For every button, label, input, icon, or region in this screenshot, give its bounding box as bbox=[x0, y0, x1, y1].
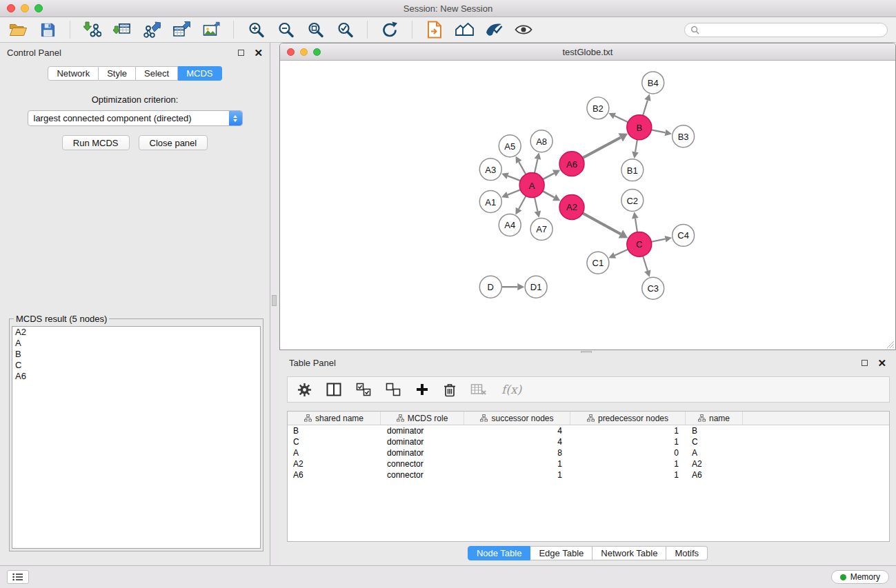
close-panel-button[interactable]: Close panel bbox=[139, 135, 208, 150]
network-window-titlebar[interactable]: testGlobe.txt bbox=[280, 43, 895, 61]
graph-node-A6[interactable]: A6 bbox=[559, 152, 584, 176]
graph-edge-C-C1[interactable] bbox=[615, 250, 628, 256]
zoom-selected-button[interactable] bbox=[335, 20, 355, 39]
column-header-predecessor-nodes[interactable]: predecessor nodes bbox=[570, 412, 686, 425]
graph-node-B[interactable]: B bbox=[627, 115, 652, 140]
graph-node-A5[interactable]: A5 bbox=[499, 135, 521, 157]
delete-table-button[interactable] bbox=[470, 383, 487, 396]
mcds-result-item[interactable]: A2 bbox=[12, 327, 260, 338]
mcds-result-item[interactable]: A6 bbox=[12, 371, 260, 382]
graph-node-A8[interactable]: A8 bbox=[530, 130, 552, 152]
graph-edge-C-C4[interactable] bbox=[651, 239, 665, 242]
graph-edge-A6-B[interactable] bbox=[583, 137, 621, 158]
add-row-button[interactable] bbox=[415, 383, 429, 396]
select-all-button[interactable] bbox=[356, 383, 371, 396]
column-header-name[interactable]: name bbox=[686, 412, 743, 425]
tab-select[interactable]: Select bbox=[136, 66, 178, 81]
graph-node-C3[interactable]: C3 bbox=[642, 277, 664, 299]
column-header-mcds-role[interactable]: MCDS role bbox=[381, 412, 464, 425]
run-mcds-button[interactable]: Run MCDS bbox=[62, 135, 130, 150]
graph-edge-B-B1[interactable] bbox=[635, 139, 637, 152]
graph-edge-A-A2[interactable] bbox=[543, 191, 555, 197]
zoom-out-button[interactable] bbox=[276, 20, 295, 39]
graph-edge-A-A7[interactable] bbox=[535, 197, 537, 211]
export-network-button[interactable] bbox=[142, 20, 161, 39]
graph-node-B4[interactable]: B4 bbox=[642, 72, 664, 94]
table-row[interactable]: A2connector11A2 bbox=[288, 458, 889, 469]
tab-mcds[interactable]: MCDS bbox=[178, 66, 221, 81]
memory-button[interactable]: Memory bbox=[831, 570, 889, 584]
graph-edge-A-A4[interactable] bbox=[519, 196, 526, 209]
float-table-panel-icon[interactable] bbox=[862, 360, 868, 366]
tab-style[interactable]: Style bbox=[99, 66, 136, 81]
tab-network-table[interactable]: Network Table bbox=[593, 546, 666, 560]
graph-node-A[interactable]: A bbox=[519, 173, 544, 198]
graph-node-C[interactable]: C bbox=[627, 232, 652, 256]
function-builder-button[interactable]: f(x) bbox=[501, 383, 521, 396]
insert-column-button[interactable] bbox=[326, 383, 341, 396]
graph-node-A7[interactable]: A7 bbox=[530, 218, 552, 240]
mcds-result-item[interactable]: A bbox=[12, 338, 260, 349]
zoom-fit-button[interactable] bbox=[306, 20, 325, 39]
graph-edge-C-C3[interactable] bbox=[643, 256, 648, 271]
graphics-details-button[interactable] bbox=[514, 20, 533, 39]
tab-node-table[interactable]: Node Table bbox=[468, 546, 531, 560]
graph-node-D[interactable]: D bbox=[479, 276, 501, 298]
graph-node-B1[interactable]: B1 bbox=[621, 159, 644, 181]
tab-network[interactable]: Network bbox=[48, 66, 99, 81]
graph-edge-A-A3[interactable] bbox=[508, 176, 520, 181]
graph-edge-B-B3[interactable] bbox=[651, 130, 665, 132]
network-canvas[interactable]: B4B2BB3B1A5A8A6A3AA1A2C2A4A7C4CC1C3DD1 bbox=[280, 61, 895, 349]
close-table-panel-icon[interactable]: ✕ bbox=[877, 358, 886, 368]
graph-node-C4[interactable]: C4 bbox=[673, 224, 695, 246]
status-list-button[interactable] bbox=[7, 570, 29, 584]
graph-node-A2[interactable]: A2 bbox=[559, 195, 584, 220]
delete-rows-button[interactable] bbox=[444, 383, 456, 397]
graph-edge-A-A6[interactable] bbox=[543, 173, 554, 179]
unselect-all-button[interactable] bbox=[386, 383, 401, 396]
import-table-button[interactable] bbox=[112, 20, 132, 39]
graph-edge-B-B2[interactable] bbox=[615, 116, 628, 122]
zoom-in-button[interactable] bbox=[246, 20, 266, 39]
mcds-result-item[interactable]: C bbox=[12, 360, 260, 371]
apply-layout-button[interactable] bbox=[380, 20, 399, 39]
import-network-button[interactable] bbox=[83, 20, 102, 39]
graph-node-B3[interactable]: B3 bbox=[673, 125, 695, 148]
table-row[interactable]: Cdominator41C bbox=[288, 436, 889, 447]
save-session-button[interactable] bbox=[38, 20, 57, 39]
search-box[interactable] bbox=[684, 23, 888, 37]
graph-node-D1[interactable]: D1 bbox=[525, 276, 547, 298]
close-panel-icon[interactable]: ✕ bbox=[254, 48, 263, 58]
graph-edge-B-B4[interactable] bbox=[643, 100, 648, 115]
export-image-button[interactable] bbox=[201, 20, 221, 39]
apply-style-button[interactable] bbox=[484, 20, 504, 39]
export-table-button[interactable] bbox=[172, 20, 191, 39]
home-button[interactable] bbox=[455, 20, 474, 39]
table-settings-button[interactable] bbox=[297, 383, 312, 397]
table-row[interactable]: Bdominator41B bbox=[288, 425, 889, 436]
mcds-result-item[interactable]: B bbox=[12, 349, 260, 360]
graph-node-C1[interactable]: C1 bbox=[587, 252, 609, 274]
graph-node-A4[interactable]: A4 bbox=[499, 214, 521, 236]
graph-edge-A-A5[interactable] bbox=[519, 162, 526, 174]
tab-edge-table[interactable]: Edge Table bbox=[530, 546, 593, 560]
graph-edge-A-A1[interactable] bbox=[508, 190, 521, 194]
graph-edge-C-C2[interactable] bbox=[635, 219, 637, 232]
graph-node-A3[interactable]: A3 bbox=[479, 159, 501, 181]
search-input[interactable] bbox=[703, 25, 882, 34]
graph-edge-A2-C[interactable] bbox=[583, 213, 621, 234]
graph-node-B2[interactable]: B2 bbox=[587, 97, 609, 119]
table-row[interactable]: A6connector11A6 bbox=[288, 469, 889, 480]
float-panel-icon[interactable] bbox=[238, 50, 244, 56]
resize-handle-icon[interactable] bbox=[886, 341, 895, 349]
network-graph[interactable]: B4B2BB3B1A5A8A6A3AA1A2C2A4A7C4CC1C3DD1 bbox=[280, 61, 895, 349]
graph-edge-A-A8[interactable] bbox=[535, 159, 537, 173]
tab-motifs[interactable]: Motifs bbox=[666, 546, 708, 560]
column-header-shared-name[interactable]: shared name bbox=[288, 412, 381, 425]
column-header-successor-nodes[interactable]: successor nodes bbox=[464, 412, 570, 425]
graph-node-A1[interactable]: A1 bbox=[479, 191, 501, 213]
table-row[interactable]: Adominator80A bbox=[288, 447, 889, 458]
criterion-dropdown[interactable]: largest connected component (directed) bbox=[28, 110, 243, 126]
graph-node-C2[interactable]: C2 bbox=[621, 190, 644, 212]
snapshot-document-button[interactable] bbox=[425, 20, 444, 39]
